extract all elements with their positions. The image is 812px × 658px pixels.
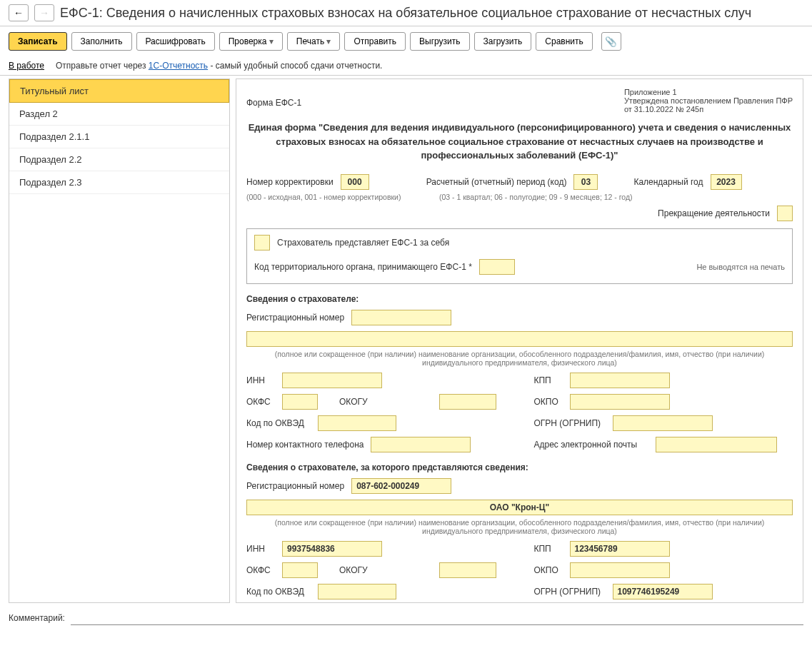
reg2-label: Регистрационный номер — [246, 481, 344, 491]
year-field[interactable]: 2023 — [711, 174, 742, 190]
send-button[interactable]: Отправить — [344, 32, 406, 51]
compare-button[interactable]: Сравнить — [536, 32, 592, 51]
self-label: Страхователь представляет ЕФС-1 за себя — [277, 238, 449, 248]
correction-field[interactable]: 000 — [341, 174, 369, 190]
check-dropdown[interactable]: Проверка — [219, 32, 283, 51]
fill-button[interactable]: Заполнить — [71, 32, 132, 51]
no-print-1: Не выводятся на печать — [696, 263, 785, 271]
decode-button[interactable]: Расшифровать — [136, 32, 215, 51]
okfs1-field[interactable] — [282, 394, 318, 410]
period-label: Расчетный (отчетный) период (код) — [426, 177, 567, 187]
cease-label: Прекращение деятельности — [658, 208, 770, 218]
insurer1-title: Сведения о страхователе: — [246, 294, 793, 304]
sidebar-item-subsection-2-3[interactable]: Подраздел 2.3 — [9, 171, 229, 194]
reg2-field[interactable]: 087-602-000249 — [351, 478, 451, 494]
reg1-field[interactable] — [351, 310, 451, 325]
okogu2-field[interactable] — [439, 562, 496, 578]
year-label: Календарный год — [633, 177, 703, 187]
appendix-info: Приложение 1 Утверждена постановлением П… — [624, 88, 793, 113]
nav-forward-button[interactable]: → — [34, 4, 54, 21]
attach-button[interactable]: 📎 — [601, 32, 621, 51]
import-button[interactable]: Загрузить — [474, 32, 532, 51]
page-title: ЕФС-1: Сведения о начисленных страховых … — [60, 6, 751, 21]
sidebar-item-section-2[interactable]: Раздел 2 — [9, 103, 229, 126]
name2-hint: (полное или сокращенное (при наличии) на… — [246, 518, 793, 535]
ogrn1-field[interactable] — [613, 415, 713, 431]
self-checkbox[interactable] — [254, 235, 270, 250]
okved2-field[interactable] — [318, 584, 396, 599]
status-label[interactable]: В работе — [9, 61, 44, 71]
email1-field[interactable] — [656, 437, 777, 452]
ogrn2-field[interactable]: 1097746195249 — [613, 584, 713, 599]
paperclip-icon: 📎 — [605, 36, 617, 47]
okpo1-field[interactable] — [570, 394, 670, 410]
comment-input[interactable] — [71, 610, 803, 625]
okpo2-field[interactable] — [570, 562, 670, 578]
terr-label: Код территориального органа, принимающег… — [254, 262, 472, 272]
correction-label: Номер корректировки — [246, 177, 334, 187]
reg1-label: Регистрационный номер — [246, 313, 344, 323]
save-button[interactable]: Записать — [9, 32, 67, 51]
print-dropdown[interactable]: Печать — [287, 32, 341, 51]
inn1-field[interactable] — [282, 373, 382, 388]
sidebar: Титульный лист Раздел 2 Подраздел 2.1.1 … — [9, 79, 230, 603]
okogu1-field[interactable] — [439, 394, 496, 410]
inn2-field[interactable]: 9937548836 — [282, 541, 382, 557]
kpp1-field[interactable] — [570, 373, 670, 388]
name1-field[interactable] — [246, 331, 793, 347]
self-represent-box: Страхователь представляет ЕФС-1 за себя … — [246, 228, 793, 284]
nav-back-button[interactable]: ← — [9, 4, 29, 21]
export-button[interactable]: Выгрузить — [410, 32, 470, 51]
sidebar-item-title-page[interactable]: Титульный лист — [9, 79, 229, 103]
terr-field[interactable] — [479, 259, 515, 275]
correction-hint: (000 - исходная, 001 - номер корректиров… — [246, 193, 418, 201]
form-main-title: Единая форма "Сведения для ведения индив… — [246, 121, 793, 163]
cease-checkbox[interactable] — [777, 206, 793, 221]
comment-label: Комментарий: — [9, 613, 65, 623]
form-content: Форма ЕФС-1 Приложение 1 Утверждена пост… — [236, 79, 803, 603]
period-hint: (03 - 1 квартал; 06 - полугодие; 09 - 9 … — [439, 193, 633, 201]
reporting-link[interactable]: 1С-Отчетность — [149, 61, 208, 71]
sidebar-item-subsection-2-1-1[interactable]: Подраздел 2.1.1 — [9, 126, 229, 148]
status-text: Отправьте отчет через 1С-Отчетность - са… — [56, 61, 382, 71]
sidebar-item-subsection-2-2[interactable]: Подраздел 2.2 — [9, 148, 229, 171]
name2-field[interactable]: ОАО "Крон-Ц" — [246, 500, 793, 515]
okfs2-field[interactable] — [282, 562, 318, 578]
form-name: Форма ЕФС-1 — [246, 98, 301, 108]
okved1-field[interactable] — [318, 415, 396, 431]
period-field[interactable]: 03 — [573, 174, 598, 190]
phone1-field[interactable] — [371, 437, 471, 452]
kpp2-field[interactable]: 123456789 — [570, 541, 670, 557]
name1-hint: (полное или сокращенное (при наличии) на… — [246, 350, 793, 367]
insurer2-title: Сведения о страхователе, за которого пре… — [246, 462, 793, 472]
